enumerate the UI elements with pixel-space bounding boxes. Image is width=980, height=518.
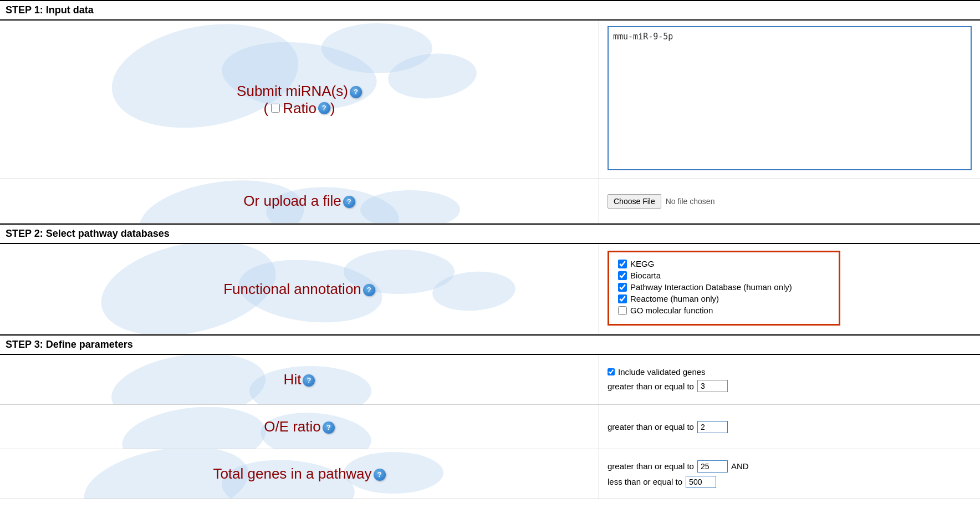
total-label: Total genes in a pathway? [213, 465, 385, 483]
pathway-item-reactome: Reactome (human only) [618, 294, 830, 303]
submit-block: Submit miRNA(s)? ( Ratio? ) [237, 83, 362, 117]
hit-left: Hit? [0, 355, 599, 404]
oe-left: O/E ratio? [0, 405, 599, 449]
hit-help-icon[interactable]: ? [303, 374, 315, 387]
oe-label: O/E ratio? [264, 418, 335, 435]
total-left: Total genes in a pathway? [0, 449, 599, 499]
mirna-textarea[interactable]: mmu-miR-9-5p [608, 26, 972, 170]
ratio-row: ( Ratio? ) [263, 100, 335, 117]
choose-file-button[interactable]: Choose File [608, 194, 661, 209]
hit-row: Hit? Include validated genes greater tha… [0, 355, 980, 405]
submit-help-icon[interactable]: ? [350, 86, 362, 98]
total-gte-input[interactable] [697, 460, 728, 473]
pathway-item-go-mf: GO molecular function [618, 306, 830, 315]
upload-left: Or upload a file? [0, 179, 599, 223]
oe-right: greater than or equal to [599, 405, 980, 449]
step2-header: STEP 2: Select pathway databases [0, 224, 980, 244]
no-file-text: No file chosen [666, 197, 715, 206]
functional-label: Functional annotation? [223, 281, 375, 298]
step1-title: STEP 1: Input data [6, 4, 94, 16]
oe-gte-line: greater than or equal to [608, 421, 728, 433]
hit-right: Include validated genes greater than or … [599, 355, 980, 404]
submit-label: Submit miRNA(s)? [237, 83, 362, 100]
total-lte-label: less than or equal to [608, 477, 682, 486]
functional-annotation-row: Functional annotation? KEGG Biocarta Pat… [0, 244, 980, 334]
upload-help-icon[interactable]: ? [343, 196, 355, 208]
total-right: greater than or equal to AND less than o… [599, 449, 980, 499]
submit-mirna-left: Submit miRNA(s)? ( Ratio? ) [0, 21, 599, 179]
functional-help-icon[interactable]: ? [363, 284, 375, 296]
total-gte-label: greater than or equal to [608, 461, 694, 471]
hit-gte-label: greater than or equal to [608, 382, 694, 391]
total-lte-line: less than or equal to [608, 476, 749, 488]
total-help-icon[interactable]: ? [374, 469, 386, 481]
oe-gte-input[interactable] [697, 421, 728, 433]
total-gte-line: greater than or equal to AND [608, 460, 749, 473]
oe-gte-label: greater than or equal to [608, 422, 694, 431]
total-lte-input[interactable] [686, 476, 716, 488]
submit-mirna-row: Submit miRNA(s)? ( Ratio? ) mmu-miR-9-5p [0, 21, 980, 179]
pathway-item-biocarta: Biocarta [618, 271, 830, 280]
reactome-checkbox[interactable] [618, 294, 627, 303]
submit-mirna-right: mmu-miR-9-5p [599, 21, 980, 179]
total-genes-row: Total genes in a pathway? greater than o… [0, 449, 980, 499]
ratio-label: Ratio [283, 100, 317, 117]
hit-gte-line: greater than or equal to [608, 380, 728, 392]
pathway-item-pid: Pathway Interaction Database (human only… [618, 282, 830, 292]
hit-validated-line: Include validated genes [608, 367, 728, 377]
ratio-checkbox[interactable] [271, 104, 280, 113]
hit-gte-input[interactable] [697, 380, 728, 392]
go-mf-checkbox[interactable] [618, 306, 627, 315]
functional-right: KEGG Biocarta Pathway Interaction Databa… [599, 244, 980, 334]
oe-ratio-row: O/E ratio? greater than or equal to [0, 405, 980, 449]
pathway-item-kegg: KEGG [618, 259, 830, 268]
upload-row: Or upload a file? Choose File No file ch… [0, 179, 980, 224]
upload-right: Choose File No file chosen [599, 179, 980, 223]
upload-label: Or upload a file? [243, 192, 355, 210]
total-params: greater than or equal to AND less than o… [608, 460, 749, 488]
step1-header: STEP 1: Input data [0, 0, 980, 21]
page-container: STEP 1: Input data Submit miRNA(s)? ( Ra… [0, 0, 980, 518]
step3-title: STEP 3: Define parameters [6, 339, 133, 350]
hit-params: Include validated genes greater than or … [608, 367, 728, 392]
functional-left: Functional annotation? [0, 244, 599, 334]
pid-checkbox[interactable] [618, 283, 627, 292]
kegg-checkbox[interactable] [618, 260, 627, 268]
ratio-help-icon[interactable]: ? [318, 102, 330, 114]
include-validated-checkbox[interactable] [608, 368, 615, 375]
include-validated-label: Include validated genes [618, 367, 706, 377]
total-and-label: AND [731, 461, 749, 471]
step3-header: STEP 3: Define parameters [0, 334, 980, 355]
biocarta-checkbox[interactable] [618, 271, 627, 280]
pathway-databases-box: KEGG Biocarta Pathway Interaction Databa… [608, 251, 840, 326]
oe-help-icon[interactable]: ? [323, 421, 335, 434]
step2-title: STEP 2: Select pathway databases [6, 228, 170, 239]
hit-label: Hit? [284, 371, 315, 388]
